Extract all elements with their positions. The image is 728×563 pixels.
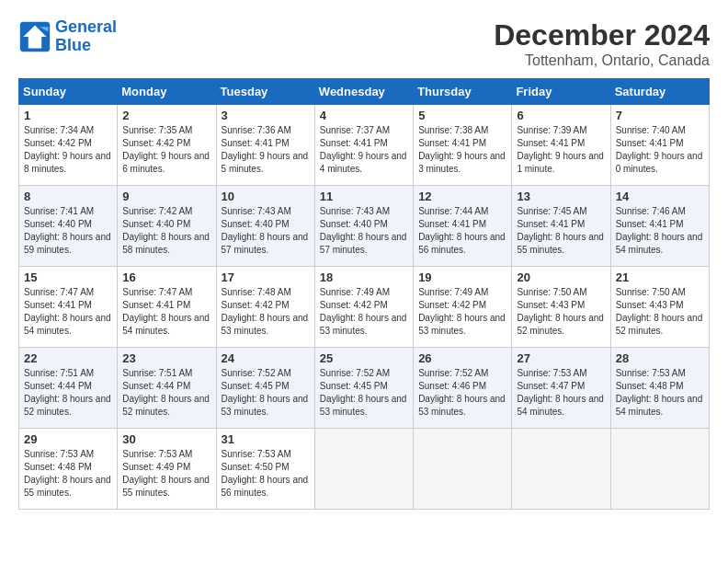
day-number: 12 — [418, 190, 506, 203]
calendar-cell: 1 Sunrise: 7:34 AMSunset: 4:42 PMDayligh… — [19, 105, 118, 186]
header-wednesday: Wednesday — [314, 79, 413, 105]
calendar-cell: 11 Sunrise: 7:43 AMSunset: 4:40 PMDaylig… — [314, 186, 413, 267]
calendar-cell: 13 Sunrise: 7:45 AMSunset: 4:41 PMDaylig… — [512, 186, 610, 267]
day-number: 5 — [418, 109, 506, 122]
calendar-cell: 20 Sunrise: 7:50 AMSunset: 4:43 PMDaylig… — [512, 267, 610, 348]
day-info: Sunrise: 7:49 AMSunset: 4:42 PMDaylight:… — [418, 287, 506, 336]
calendar-cell: 8 Sunrise: 7:41 AMSunset: 4:40 PMDayligh… — [19, 186, 118, 267]
day-info: Sunrise: 7:47 AMSunset: 4:41 PMDaylight:… — [122, 287, 210, 336]
calendar-cell: 29 Sunrise: 7:53 AMSunset: 4:48 PMDaylig… — [19, 429, 118, 510]
day-number: 31 — [222, 432, 310, 446]
day-info: Sunrise: 7:39 AMSunset: 4:41 PMDaylight:… — [517, 125, 604, 174]
calendar-cell: 18 Sunrise: 7:49 AMSunset: 4:42 PMDaylig… — [314, 267, 413, 348]
day-info: Sunrise: 7:41 AMSunset: 4:40 PMDaylight:… — [24, 206, 111, 255]
day-number: 17 — [222, 270, 310, 284]
calendar-cell: 25 Sunrise: 7:52 AMSunset: 4:45 PMDaylig… — [314, 348, 413, 429]
calendar-cell: 9 Sunrise: 7:42 AMSunset: 4:40 PMDayligh… — [118, 186, 216, 267]
calendar-cell — [314, 429, 413, 510]
header-tuesday: Tuesday — [216, 79, 314, 105]
header-friday: Friday — [512, 79, 610, 105]
day-number: 2 — [122, 109, 210, 122]
day-info: Sunrise: 7:51 AMSunset: 4:44 PMDaylight:… — [24, 368, 111, 417]
calendar-cell: 7 Sunrise: 7:40 AMSunset: 4:41 PMDayligh… — [610, 105, 709, 186]
day-info: Sunrise: 7:53 AMSunset: 4:48 PMDaylight:… — [24, 449, 111, 498]
calendar-cell: 12 Sunrise: 7:44 AMSunset: 4:41 PMDaylig… — [414, 186, 512, 267]
calendar-cell: 19 Sunrise: 7:49 AMSunset: 4:42 PMDaylig… — [414, 267, 512, 348]
calendar-cell: 27 Sunrise: 7:53 AMSunset: 4:47 PMDaylig… — [512, 348, 610, 429]
day-number: 4 — [320, 109, 408, 122]
calendar-cell: 17 Sunrise: 7:48 AMSunset: 4:42 PMDaylig… — [216, 267, 314, 348]
day-info: Sunrise: 7:53 AMSunset: 4:50 PMDaylight:… — [222, 449, 309, 498]
header-sunday: Sunday — [19, 79, 118, 105]
day-info: Sunrise: 7:34 AMSunset: 4:42 PMDaylight:… — [24, 125, 111, 174]
day-info: Sunrise: 7:47 AMSunset: 4:41 PMDaylight:… — [24, 287, 111, 336]
day-info: Sunrise: 7:36 AMSunset: 4:41 PMDaylight:… — [222, 125, 309, 174]
calendar-cell: 24 Sunrise: 7:52 AMSunset: 4:45 PMDaylig… — [216, 348, 314, 429]
day-info: Sunrise: 7:43 AMSunset: 4:40 PMDaylight:… — [320, 206, 407, 255]
day-number: 19 — [418, 270, 506, 284]
day-info: Sunrise: 7:50 AMSunset: 4:43 PMDaylight:… — [517, 287, 604, 336]
day-info: Sunrise: 7:53 AMSunset: 4:47 PMDaylight:… — [517, 368, 604, 417]
calendar-cell — [512, 429, 610, 510]
day-info: Sunrise: 7:50 AMSunset: 4:43 PMDaylight:… — [616, 287, 703, 336]
calendar-cell — [610, 429, 709, 510]
calendar-week-2: 8 Sunrise: 7:41 AMSunset: 4:40 PMDayligh… — [19, 186, 710, 267]
day-info: Sunrise: 7:49 AMSunset: 4:42 PMDaylight:… — [320, 287, 407, 336]
day-info: Sunrise: 7:43 AMSunset: 4:40 PMDaylight:… — [222, 206, 309, 255]
day-number: 13 — [517, 190, 605, 203]
day-number: 7 — [616, 109, 704, 122]
day-info: Sunrise: 7:42 AMSunset: 4:40 PMDaylight:… — [122, 206, 210, 255]
title-block: December 2024 Tottenham, Ontario, Canada — [494, 18, 710, 69]
day-number: 3 — [222, 109, 310, 122]
day-info: Sunrise: 7:35 AMSunset: 4:42 PMDaylight:… — [122, 125, 210, 174]
day-info: Sunrise: 7:40 AMSunset: 4:41 PMDaylight:… — [616, 125, 703, 174]
calendar-cell: 6 Sunrise: 7:39 AMSunset: 4:41 PMDayligh… — [512, 105, 610, 186]
calendar-cell: 2 Sunrise: 7:35 AMSunset: 4:42 PMDayligh… — [118, 105, 216, 186]
day-number: 23 — [122, 351, 210, 365]
day-number: 30 — [122, 432, 210, 446]
day-number: 26 — [418, 351, 506, 365]
calendar-cell: 30 Sunrise: 7:53 AMSunset: 4:49 PMDaylig… — [118, 429, 216, 510]
logo-text: General Blue — [55, 18, 117, 55]
day-number: 28 — [616, 351, 704, 365]
day-number: 27 — [517, 351, 605, 365]
header-monday: Monday — [118, 79, 216, 105]
day-number: 10 — [222, 190, 310, 203]
logo-icon — [18, 20, 51, 53]
calendar-week-3: 15 Sunrise: 7:47 AMSunset: 4:41 PMDaylig… — [19, 267, 710, 348]
calendar-cell: 10 Sunrise: 7:43 AMSunset: 4:40 PMDaylig… — [216, 186, 314, 267]
day-info: Sunrise: 7:38 AMSunset: 4:41 PMDaylight:… — [418, 125, 506, 174]
day-number: 16 — [122, 270, 210, 284]
day-info: Sunrise: 7:51 AMSunset: 4:44 PMDaylight:… — [122, 368, 210, 417]
day-info: Sunrise: 7:53 AMSunset: 4:48 PMDaylight:… — [616, 368, 703, 417]
day-number: 14 — [616, 190, 704, 203]
day-info: Sunrise: 7:37 AMSunset: 4:41 PMDaylight:… — [320, 125, 407, 174]
calendar-cell — [414, 429, 512, 510]
day-info: Sunrise: 7:52 AMSunset: 4:45 PMDaylight:… — [222, 368, 309, 417]
day-info: Sunrise: 7:45 AMSunset: 4:41 PMDaylight:… — [517, 206, 604, 255]
calendar-cell: 3 Sunrise: 7:36 AMSunset: 4:41 PMDayligh… — [216, 105, 314, 186]
day-number: 25 — [320, 351, 408, 365]
calendar-cell: 26 Sunrise: 7:52 AMSunset: 4:46 PMDaylig… — [414, 348, 512, 429]
day-info: Sunrise: 7:53 AMSunset: 4:49 PMDaylight:… — [122, 449, 210, 498]
calendar-cell: 21 Sunrise: 7:50 AMSunset: 4:43 PMDaylig… — [610, 267, 709, 348]
calendar-cell: 23 Sunrise: 7:51 AMSunset: 4:44 PMDaylig… — [118, 348, 216, 429]
day-number: 29 — [24, 432, 112, 446]
calendar-week-1: 1 Sunrise: 7:34 AMSunset: 4:42 PMDayligh… — [19, 105, 710, 186]
page-header: General Blue December 2024 Tottenham, On… — [18, 18, 710, 69]
calendar-subtitle: Tottenham, Ontario, Canada — [494, 52, 710, 69]
day-info: Sunrise: 7:48 AMSunset: 4:42 PMDaylight:… — [222, 287, 309, 336]
day-number: 15 — [24, 270, 112, 284]
header-saturday: Saturday — [610, 79, 709, 105]
day-info: Sunrise: 7:46 AMSunset: 4:41 PMDaylight:… — [616, 206, 703, 255]
day-number: 8 — [24, 190, 112, 203]
day-number: 9 — [122, 190, 210, 203]
calendar-cell: 5 Sunrise: 7:38 AMSunset: 4:41 PMDayligh… — [414, 105, 512, 186]
logo: General Blue — [18, 18, 117, 55]
day-info: Sunrise: 7:44 AMSunset: 4:41 PMDaylight:… — [418, 206, 506, 255]
calendar-cell: 15 Sunrise: 7:47 AMSunset: 4:41 PMDaylig… — [19, 267, 118, 348]
calendar-cell: 28 Sunrise: 7:53 AMSunset: 4:48 PMDaylig… — [610, 348, 709, 429]
calendar-table: SundayMondayTuesdayWednesdayThursdayFrid… — [18, 78, 710, 510]
calendar-cell: 22 Sunrise: 7:51 AMSunset: 4:44 PMDaylig… — [19, 348, 118, 429]
calendar-week-5: 29 Sunrise: 7:53 AMSunset: 4:48 PMDaylig… — [19, 429, 710, 510]
